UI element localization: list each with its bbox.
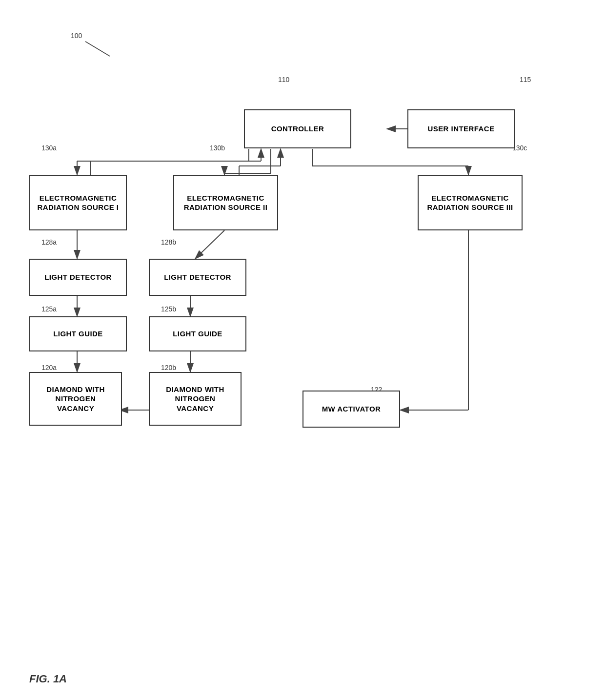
- light-guide-b-box: LIGHT GUIDE: [149, 316, 246, 351]
- diamond-b-box: DIAMOND WITH NITROGEN VACANCY: [149, 372, 242, 426]
- em-source-3-box: ELECTROMAGNETIC RADIATION SOURCE III: [418, 175, 523, 230]
- em-source-1-box: ELECTROMAGNETIC RADIATION SOURCE I: [29, 175, 127, 230]
- light-detector-b-label: LIGHT DETECTOR: [164, 272, 231, 282]
- diamond-b-label: DIAMOND WITH NITROGEN VACANCY: [166, 385, 224, 413]
- user-interface-label: USER INTERFACE: [427, 124, 494, 134]
- em-source-2-box: ELECTROMAGNETIC RADIATION SOURCE II: [173, 175, 278, 230]
- ref-110: 110: [278, 76, 289, 83]
- light-guide-a-label: LIGHT GUIDE: [53, 329, 103, 339]
- em-source-3-label: ELECTROMAGNETIC RADIATION SOURCE III: [427, 193, 513, 212]
- svg-line-19: [195, 230, 224, 259]
- ref-128a: 128a: [41, 238, 57, 246]
- diamond-a-box: DIAMOND WITH NITROGEN VACANCY: [29, 372, 122, 426]
- controller-box: CONTROLLER: [244, 109, 351, 148]
- diamond-a-label: DIAMOND WITH NITROGEN VACANCY: [46, 385, 105, 413]
- ref-100: 100: [71, 32, 82, 40]
- user-interface-box: USER INTERFACE: [407, 109, 515, 148]
- em-source-1-label: ELECTROMAGNETIC RADIATION SOURCE I: [38, 193, 119, 212]
- ref-120a: 120a: [41, 364, 57, 371]
- ref-125a: 125a: [41, 305, 57, 313]
- light-guide-b-label: LIGHT GUIDE: [173, 329, 222, 339]
- light-detector-a-box: LIGHT DETECTOR: [29, 259, 127, 296]
- controller-label: CONTROLLER: [271, 124, 324, 134]
- light-guide-a-box: LIGHT GUIDE: [29, 316, 127, 351]
- ref-125b: 125b: [161, 305, 176, 313]
- mw-activator-box: MW ACTIVATOR: [302, 391, 400, 428]
- light-detector-a-label: LIGHT DETECTOR: [44, 272, 112, 282]
- svg-line-27: [85, 41, 110, 56]
- figure-label: FIG. 1A: [29, 673, 67, 685]
- light-detector-b-box: LIGHT DETECTOR: [149, 259, 246, 296]
- ref-130a: 130a: [41, 144, 57, 152]
- diagram.ref_120b: 120b: [161, 364, 176, 371]
- em-source-2-label: ELECTROMAGNETIC RADIATION SOURCE II: [184, 193, 268, 212]
- ref-130b: 130b: [210, 144, 225, 152]
- ref-115: 115: [520, 76, 531, 83]
- mw-activator-label: MW ACTIVATOR: [322, 404, 381, 414]
- ref-128b: 128b: [161, 238, 176, 246]
